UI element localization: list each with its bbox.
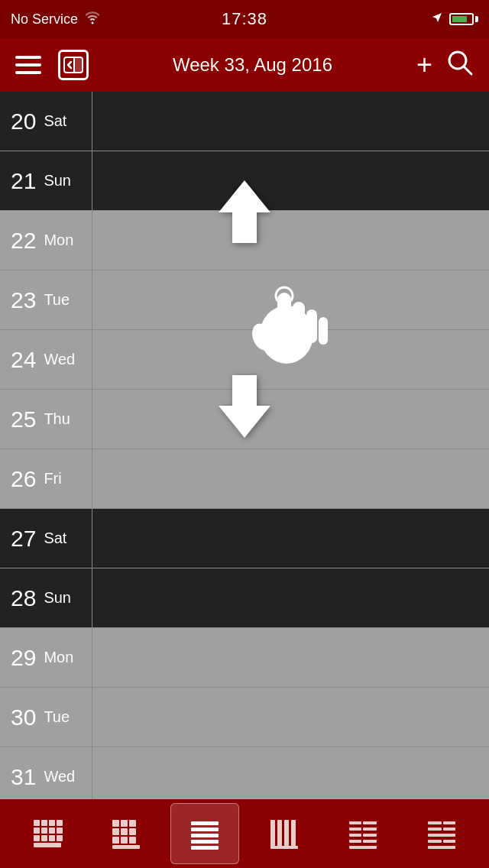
svg-rect-13: [34, 820, 40, 826]
svg-rect-57: [428, 828, 442, 831]
svg-rect-53: [363, 840, 377, 843]
svg-line-3: [464, 66, 471, 74]
day-name-Mon: Mon: [44, 649, 73, 666]
svg-rect-21: [34, 835, 40, 841]
svg-rect-35: [112, 845, 140, 849]
svg-rect-47: [363, 821, 377, 824]
day-number-21: 21: [11, 168, 36, 194]
battery-icon: [449, 13, 478, 25]
tab-month[interactable]: [92, 803, 160, 864]
svg-rect-34: [129, 837, 136, 844]
svg-rect-27: [121, 820, 128, 827]
day-name-Sun: Sun: [44, 172, 71, 189]
day-content-23[interactable]: [92, 270, 489, 329]
day-name-Thu: Thu: [44, 410, 70, 428]
day-number-24: 24: [11, 347, 36, 373]
day-number-28: 28: [11, 585, 36, 611]
svg-rect-51: [363, 834, 377, 837]
svg-rect-33: [121, 837, 128, 844]
svg-rect-1: [74, 57, 83, 73]
search-button[interactable]: [446, 49, 474, 82]
svg-rect-37: [191, 828, 219, 831]
day-row-25[interactable]: 25Thu: [0, 390, 489, 449]
svg-rect-62: [428, 846, 455, 849]
svg-rect-41: [270, 820, 275, 847]
day-content-20[interactable]: [92, 92, 489, 151]
svg-rect-17: [34, 828, 40, 834]
add-button[interactable]: +: [416, 51, 432, 79]
day-number-26: 26: [11, 466, 36, 492]
svg-rect-31: [129, 828, 136, 835]
tab-tasks[interactable]: [407, 803, 476, 864]
day-number-22: 22: [11, 228, 36, 254]
tab-week[interactable]: [170, 803, 239, 864]
svg-rect-49: [363, 828, 377, 831]
day-content-22[interactable]: [92, 211, 489, 270]
svg-rect-43: [284, 820, 289, 847]
svg-rect-26: [112, 820, 119, 827]
day-row-29[interactable]: 29Mon: [0, 628, 489, 688]
wifi-icon: [84, 11, 101, 28]
svg-rect-15: [49, 820, 55, 826]
svg-rect-42: [277, 820, 282, 847]
day-row-24[interactable]: 24Wed: [0, 330, 489, 390]
svg-rect-52: [349, 840, 361, 843]
svg-rect-16: [57, 820, 63, 826]
day-number-29: 29: [11, 645, 36, 671]
day-row-20[interactable]: 20Sat: [0, 92, 489, 151]
svg-rect-45: [270, 846, 298, 849]
svg-rect-22: [41, 835, 47, 841]
day-number-30: 30: [11, 704, 36, 730]
day-content-24[interactable]: [92, 330, 489, 389]
svg-rect-61: [443, 840, 455, 843]
svg-rect-46: [349, 821, 361, 824]
day-number-31: 31: [11, 764, 36, 790]
svg-rect-25: [34, 843, 61, 847]
svg-rect-19: [49, 828, 55, 834]
svg-rect-28: [129, 820, 136, 827]
day-content-25[interactable]: [92, 390, 489, 449]
day-content-21[interactable]: [92, 151, 489, 210]
day-row-22[interactable]: 22Mon: [0, 211, 489, 270]
day-content-26[interactable]: [92, 449, 489, 508]
day-name-Sun: Sun: [44, 589, 71, 607]
svg-rect-56: [443, 821, 455, 824]
tab-year[interactable]: [13, 803, 82, 864]
day-row-28[interactable]: 28Sun: [0, 568, 489, 628]
day-content-27[interactable]: [92, 509, 489, 568]
svg-rect-44: [291, 820, 296, 847]
svg-rect-48: [349, 828, 361, 831]
day-row-31[interactable]: 31Wed: [0, 747, 489, 807]
tab-day[interactable]: [250, 803, 319, 864]
day-content-29[interactable]: [92, 628, 489, 687]
day-row-27[interactable]: 27Sat: [0, 509, 489, 568]
day-row-21[interactable]: 21Sun: [0, 151, 489, 211]
hamburger-button[interactable]: [15, 56, 41, 74]
day-row-23[interactable]: 23Tue: [0, 270, 489, 330]
svg-rect-58: [443, 828, 455, 831]
svg-rect-50: [349, 834, 361, 837]
day-row-26[interactable]: 26Fri: [0, 449, 489, 509]
day-name-Wed: Wed: [44, 768, 75, 785]
bottom-tab-bar: [0, 799, 489, 868]
tab-agenda[interactable]: [329, 803, 397, 864]
svg-rect-40: [191, 846, 219, 850]
svg-rect-24: [57, 835, 63, 841]
day-name-Sat: Sat: [44, 530, 66, 547]
day-number-20: 20: [11, 108, 36, 134]
day-content-28[interactable]: [92, 568, 489, 627]
svg-rect-20: [57, 828, 63, 834]
carrier-text: No Service: [11, 11, 78, 28]
day-content-31[interactable]: [92, 747, 489, 806]
toolbar: Week 33, Aug 2016 +: [0, 38, 489, 92]
svg-rect-23: [49, 835, 55, 841]
day-row-30[interactable]: 30Tue: [0, 688, 489, 747]
day-content-30[interactable]: [92, 688, 489, 747]
back-button[interactable]: [58, 50, 89, 80]
location-icon: [431, 11, 443, 27]
svg-rect-38: [191, 834, 219, 837]
status-bar: No Service 17:38: [0, 0, 489, 38]
day-number-27: 27: [11, 526, 36, 552]
time-display: 17:38: [222, 9, 267, 29]
day-number-25: 25: [11, 406, 36, 432]
